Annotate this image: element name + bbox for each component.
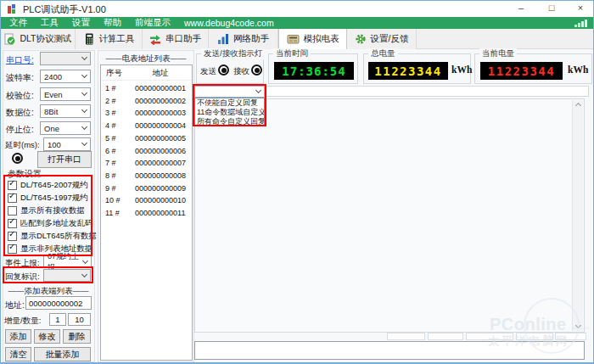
ghost-box xyxy=(555,333,586,340)
checkbox-show-dlt645-all-data[interactable]: ✓ 显示DLT645所有数据 xyxy=(8,231,97,242)
app-window: { "window": { "title": "PLC调试助手-V1.00", … xyxy=(0,0,594,364)
close-button[interactable]: × xyxy=(568,1,593,16)
increment-input[interactable] xyxy=(49,313,66,326)
scroll-down-icon[interactable] xyxy=(575,322,581,328)
modify-button[interactable]: 修改 xyxy=(34,329,60,344)
menu-item-website[interactable]: www.debug4code.com xyxy=(184,18,274,28)
serial-port-label[interactable]: 串口号: xyxy=(6,54,34,66)
tab-dlt-protocol-test[interactable]: DLT协议测试 xyxy=(1,29,76,49)
delay-select[interactable]: 100 xyxy=(43,137,91,151)
increment-quantity-label: 增量/数量: xyxy=(4,316,41,327)
document-check-icon xyxy=(3,33,15,45)
ghost-box xyxy=(428,333,463,340)
address-label: 地址: xyxy=(5,300,25,311)
tab-serial-assistant[interactable]: 串口助手 xyxy=(143,29,209,49)
chevron-down-icon xyxy=(81,107,87,113)
chevron-down-icon xyxy=(81,124,87,130)
menu-item-settings[interactable]: 设置 xyxy=(72,17,90,29)
message-input[interactable] xyxy=(194,341,585,360)
minimize-button[interactable]: – xyxy=(508,1,534,16)
current-energy-unit: kWh xyxy=(568,64,588,75)
checkbox-box: ✓ xyxy=(8,244,17,254)
menu-item-file[interactable]: 文件 xyxy=(9,17,27,29)
meter-row[interactable]: 10 #000000000010 xyxy=(101,194,192,206)
parity-select[interactable]: Even xyxy=(40,87,91,101)
current-time-group: 当前时间 17:36:54 xyxy=(268,53,358,84)
stop-bits-label: 停止位: xyxy=(6,124,34,136)
checkbox-multi-address-garble[interactable]: ✓ 匹配到多地址发乱码 xyxy=(8,218,93,229)
delay-label: 延时(ms): xyxy=(5,140,40,151)
meter-row[interactable]: 8 #000000000008 xyxy=(101,170,192,182)
menu-item-tools[interactable]: 工具 xyxy=(41,17,59,29)
response-data-panel[interactable] xyxy=(194,98,585,333)
meter-icon xyxy=(287,33,300,45)
meter-row[interactable]: 2 #000000000002 xyxy=(101,95,192,107)
meter-row[interactable]: 6 #000000000006 xyxy=(101,145,192,157)
menu-bar: 文件 工具 设置 帮助 前端显示 www.debug4code.com xyxy=(1,17,593,29)
checkbox-box: ✓ xyxy=(8,181,17,190)
address-input[interactable] xyxy=(25,296,92,310)
meter-row[interactable]: 9 #000000000009 xyxy=(101,182,192,194)
dropdown-option[interactable]: 不使能自定义回复 xyxy=(195,98,264,108)
checkbox-label: DL/T645-2007规约 xyxy=(20,180,88,191)
checkbox-show-all-received[interactable]: 显示所有接收数据 xyxy=(8,205,85,216)
meter-row[interactable]: 1 #000000000001 xyxy=(101,82,192,94)
checkbox-dlt645-1997[interactable]: ✓ DL/T645-1997规约 xyxy=(8,193,88,204)
checkbox-dlt645-2007[interactable]: ✓ DL/T645-2007规约 xyxy=(8,180,88,191)
menu-item-front-display[interactable]: 前端显示 xyxy=(135,17,171,29)
baud-rate-select[interactable]: 2400 xyxy=(40,70,91,83)
indicator-group: 发送/接收指示灯 发送 接收 xyxy=(196,53,264,84)
scroll-up-icon[interactable] xyxy=(574,103,580,109)
bar-chart-icon xyxy=(217,33,229,45)
scrollbar[interactable] xyxy=(572,100,583,331)
stop-bits-select[interactable]: One xyxy=(40,121,91,135)
clear-button[interactable]: 清空 xyxy=(5,347,31,361)
meter-row[interactable]: 4 #000000000004 xyxy=(101,120,192,132)
tab-calculator-tool[interactable]: 计算工具 xyxy=(76,29,143,49)
quantity-input[interactable] xyxy=(68,313,91,326)
column-header-address: 地址 xyxy=(135,68,186,79)
serial-port-select[interactable] xyxy=(40,52,91,65)
status-strip xyxy=(266,86,589,97)
delete-button[interactable]: 删除 xyxy=(63,329,91,344)
header-divider xyxy=(101,80,192,81)
custom-reply-select[interactable] xyxy=(194,86,265,98)
baud-rate-label: 波特率: xyxy=(6,72,34,84)
data-bits-select[interactable]: 8Bit xyxy=(40,104,91,118)
tab-network-assistant[interactable]: 网络助手 xyxy=(209,29,278,49)
checkbox-box: ✓ xyxy=(8,219,17,228)
checkbox-label: 显示所有接收数据 xyxy=(20,205,85,216)
meter-address-list[interactable]: 序号 地址 1 #000000000001 2 #000000000002 3 … xyxy=(100,64,193,361)
add-button[interactable]: 添加 xyxy=(5,329,31,344)
event-report-label: 事件上报: xyxy=(5,258,40,269)
event-report-select[interactable]: 07规约上报 xyxy=(43,255,92,268)
tab-settings-feedback[interactable]: 设置/反馈 xyxy=(347,29,417,49)
gear-icon xyxy=(355,33,367,45)
receive-label: 接收 xyxy=(233,66,249,77)
signal-bars-icon xyxy=(574,20,588,27)
open-port-button[interactable]: 打开串口 xyxy=(37,151,92,168)
dropdown-option[interactable]: 11命令数据域自定义 xyxy=(195,108,264,117)
meter-row[interactable]: 7 #000000000007 xyxy=(101,157,192,169)
dropdown-option[interactable]: 所有命令自定义回复 xyxy=(195,117,264,126)
swap-arrows-icon xyxy=(149,33,161,45)
ghost-box xyxy=(516,333,553,340)
meter-row[interactable]: 5 #000000000005 xyxy=(101,132,192,144)
chevron-down-icon xyxy=(81,140,87,146)
total-energy-unit: kWh xyxy=(451,64,472,75)
serial-status-led xyxy=(12,153,23,164)
maximize-button[interactable]: □ xyxy=(539,1,564,16)
meter-row[interactable]: 11 #000000000011 xyxy=(101,207,192,219)
menu-item-help[interactable]: 帮助 xyxy=(104,17,121,29)
tab-simulated-meter[interactable]: 模拟电表 xyxy=(278,29,347,49)
reply-id-select[interactable] xyxy=(43,269,91,282)
total-energy-group: 总电量 11223344 kWh xyxy=(363,53,471,84)
meter-row[interactable]: 3 #000000000003 xyxy=(101,107,192,119)
data-bits-label: 数据位: xyxy=(6,107,34,119)
current-energy-title: 当前电量 xyxy=(479,48,517,59)
chevron-down-icon xyxy=(81,90,87,96)
window-title: PLC调试助手-V1.00 xyxy=(23,3,106,16)
batch-add-button[interactable]: 批量添加 xyxy=(34,347,91,361)
ghost-box xyxy=(387,333,425,340)
receive-indicator-light xyxy=(251,64,262,76)
